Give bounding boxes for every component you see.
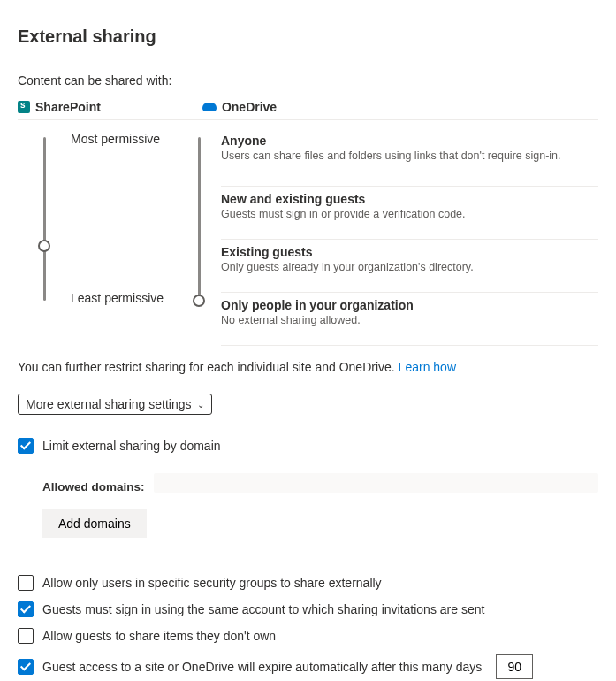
add-domains-button[interactable]: Add domains — [42, 509, 147, 538]
product-label: SharePoint — [35, 100, 101, 114]
permission-slider-block: Most permissive Least permissive AnyoneU… — [18, 120, 598, 346]
checkbox-label: Limit external sharing by domain — [42, 439, 221, 453]
page-title: External sharing — [18, 27, 598, 47]
checkbox-label: Allow guests to share items they don't o… — [42, 629, 276, 643]
guest-expire-row: Guest access to a site or OneDrive will … — [18, 654, 598, 679]
learn-how-link[interactable]: Learn how — [399, 360, 456, 374]
onedrive-slider-handle[interactable] — [193, 295, 205, 307]
restrict-note: You can further restrict sharing for eac… — [18, 360, 598, 374]
level-desc: Guests must sign in or provide a verific… — [221, 208, 598, 220]
limit-by-domain-checkbox[interactable] — [18, 438, 34, 454]
checkbox-label: Allow only users in specific security gr… — [42, 576, 382, 590]
onedrive-icon — [202, 103, 217, 111]
permission-level: New and existing guestsGuests must sign … — [221, 187, 598, 240]
level-title: Only people in your organization — [221, 298, 598, 312]
permission-levels: AnyoneUsers can share files and folders … — [221, 134, 598, 346]
product-onedrive: OneDrive — [202, 100, 277, 114]
security-groups-row: Allow only users in specific security gr… — [18, 575, 598, 591]
level-title: New and existing guests — [221, 192, 598, 206]
security-groups-checkbox[interactable] — [18, 575, 34, 591]
checkbox-label: Guest access to a site or OneDrive will … — [42, 660, 482, 674]
guest-expire-checkbox[interactable] — [18, 659, 34, 675]
guests-share-not-own-row: Allow guests to share items they don't o… — [18, 628, 598, 644]
level-desc: Users can share files and folders using … — [221, 149, 598, 162]
permission-level: AnyoneUsers can share files and folders … — [221, 134, 598, 187]
product-sharepoint: SharePoint — [18, 100, 101, 114]
level-title: Anyone — [221, 134, 598, 148]
content-shared-with-label: Content can be shared with: — [18, 73, 598, 88]
guest-same-account-checkbox[interactable] — [18, 601, 34, 617]
sharepoint-slider[interactable] — [18, 134, 71, 346]
product-row: SharePoint OneDrive — [18, 100, 598, 120]
sharepoint-slider-handle[interactable] — [38, 240, 50, 252]
level-title: Existing guests — [221, 245, 598, 259]
guest-expire-days-input[interactable] — [496, 654, 533, 679]
guest-same-account-row: Guests must sign in using the same accou… — [18, 601, 598, 617]
permission-level: Only people in your organizationNo exter… — [221, 293, 598, 346]
slider-labels: Most permissive Least permissive — [71, 134, 177, 346]
checkbox-label: Guests must sign in using the same accou… — [42, 602, 484, 616]
product-label: OneDrive — [222, 100, 277, 114]
least-permissive-label: Least permissive — [71, 291, 164, 305]
allowed-domains-box — [154, 473, 598, 493]
level-desc: Only guests already in your organization… — [221, 261, 598, 273]
permission-level: Existing guestsOnly guests already in yo… — [221, 240, 598, 293]
sharepoint-icon — [18, 101, 30, 113]
more-settings-expander[interactable]: More external sharing settings ⌄ — [18, 394, 212, 415]
expander-label: More external sharing settings — [26, 397, 192, 411]
most-permissive-label: Most permissive — [71, 132, 160, 146]
guests-share-not-own-checkbox[interactable] — [18, 628, 34, 644]
domain-settings: Allowed domains: Add domains — [42, 464, 598, 554]
limit-by-domain-row: Limit external sharing by domain — [18, 438, 598, 454]
level-desc: No external sharing allowed. — [221, 314, 598, 326]
chevron-down-icon: ⌄ — [197, 400, 204, 409]
allowed-domains-label: Allowed domains: — [42, 480, 145, 494]
onedrive-slider[interactable] — [177, 134, 221, 346]
